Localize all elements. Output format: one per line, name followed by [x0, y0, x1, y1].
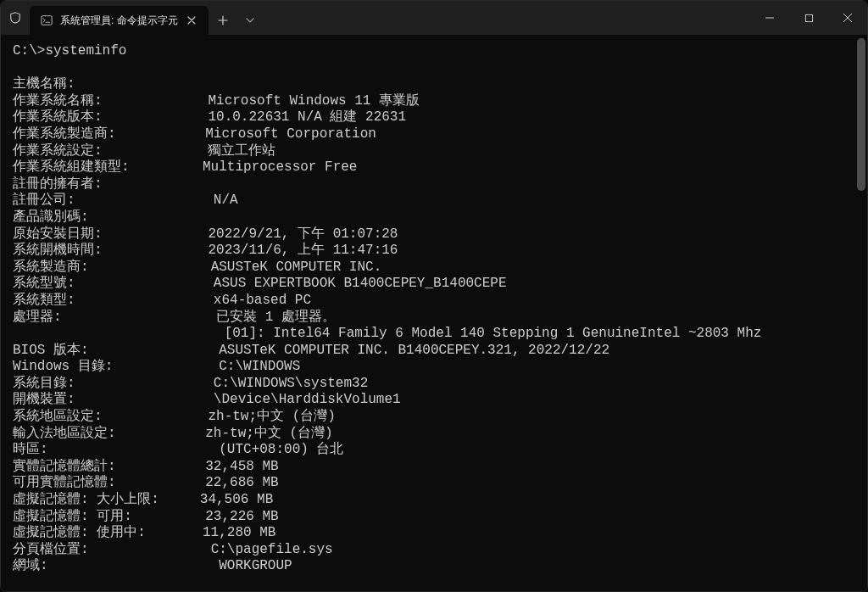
new-tab-button[interactable]: [209, 6, 237, 35]
svg-rect-0: [42, 16, 52, 25]
tab-close-button[interactable]: [185, 14, 198, 27]
minimize-button[interactable]: [750, 1, 789, 35]
tab-dropdown-button[interactable]: [237, 6, 263, 35]
window-controls: [750, 1, 867, 35]
tab-title: 系統管理員: 命令提示字元: [60, 14, 178, 28]
titlebar-left: 系統管理員: 命令提示字元: [1, 1, 263, 35]
maximize-button[interactable]: [789, 1, 828, 35]
tab-active[interactable]: 系統管理員: 命令提示字元: [30, 6, 209, 35]
cmd-icon: [40, 14, 53, 27]
uac-shield-icon: [1, 12, 30, 24]
terminal-window: 系統管理員: 命令提示字元 C:\>syste: [0, 0, 868, 592]
scrollbar-thumb[interactable]: [857, 38, 865, 191]
scrollbar-track[interactable]: [857, 38, 865, 588]
svg-rect-1: [805, 14, 812, 21]
close-button[interactable]: [828, 1, 867, 35]
terminal-output[interactable]: C:\>systeminfo 主機名稱: 作業系統名稱: Microsoft W…: [1, 35, 867, 591]
titlebar-drag-region[interactable]: [263, 1, 750, 35]
title-bar[interactable]: 系統管理員: 命令提示字元: [1, 1, 867, 35]
